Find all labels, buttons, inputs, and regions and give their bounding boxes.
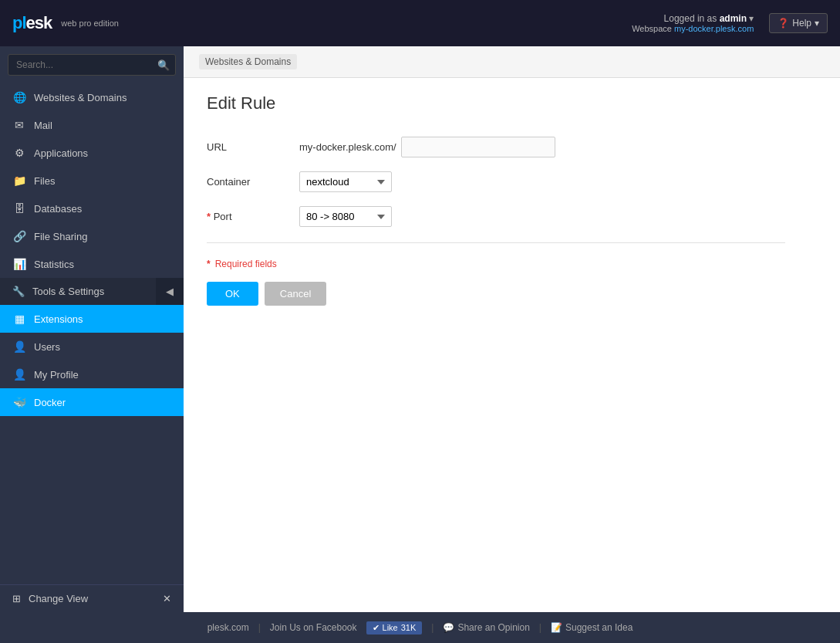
extensions-icon: ▦ bbox=[12, 313, 26, 325]
search-area: 🔍 bbox=[0, 46, 184, 83]
footer-facebook-link[interactable]: Join Us on Facebook bbox=[270, 622, 357, 633]
sidebar-item-label: Docker bbox=[34, 397, 66, 408]
sidebar-item-extensions[interactable]: ▦ Extensions bbox=[0, 305, 184, 333]
search-icon: 🔍 bbox=[157, 59, 170, 71]
main-layout: 🔍 🌐 Websites & Domains ✉ Mail ⚙ Applicat… bbox=[0, 46, 840, 612]
checkmark-icon: ✔ bbox=[373, 623, 380, 633]
suggest-idea-icon: 📝 bbox=[551, 622, 562, 633]
webspace-text: Webspace my-docker.plesk.com bbox=[632, 24, 754, 33]
logo-text: plesk bbox=[12, 13, 52, 33]
sidebar-bottom: ⊞ Change View ✕ bbox=[0, 584, 184, 612]
docker-icon: 🐳 bbox=[12, 396, 26, 408]
change-view-icon: ⊞ bbox=[12, 593, 21, 604]
page-title: Edit Rule bbox=[207, 93, 817, 113]
sidebar-item-label: Websites & Domains bbox=[34, 92, 127, 103]
logo-edition: web pro edition bbox=[61, 19, 119, 28]
dropdown-arrow[interactable]: ▾ bbox=[749, 13, 754, 24]
like-label: Like bbox=[383, 623, 398, 632]
profile-icon: 👤 bbox=[12, 368, 26, 381]
change-view-button[interactable]: ⊞ Change View ✕ bbox=[0, 585, 184, 612]
required-star: * bbox=[207, 259, 211, 269]
port-select[interactable]: 80 -> 8080 bbox=[299, 206, 392, 227]
sidebar-item-mail[interactable]: ✉ Mail bbox=[0, 111, 184, 139]
files-icon: 📁 bbox=[12, 174, 26, 187]
sidebar-item-applications[interactable]: ⚙ Applications bbox=[0, 139, 184, 167]
edit-rule-form: URL my-docker.plesk.com/ Container nextc… bbox=[207, 137, 785, 306]
users-icon: 👤 bbox=[12, 340, 26, 353]
tools-settings-label: Tools & Settings bbox=[32, 286, 104, 297]
logo-area: plesk web pro edition bbox=[12, 13, 119, 33]
sidebar-item-my-profile[interactable]: 👤 My Profile bbox=[0, 360, 184, 388]
sidebar-item-label: My Profile bbox=[34, 369, 79, 381]
sidebar-item-file-sharing[interactable]: 🔗 File Sharing bbox=[0, 222, 184, 250]
webspace-value: my-docker.plesk.com bbox=[674, 24, 754, 33]
databases-icon: 🗄 bbox=[12, 202, 26, 215]
statistics-icon: 📊 bbox=[12, 258, 26, 270]
sidebar-item-docker[interactable]: 🐳 Docker bbox=[0, 388, 184, 416]
help-button[interactable]: ❓ Help ▾ bbox=[769, 13, 828, 33]
like-button[interactable]: ✔ Like 31K bbox=[366, 621, 423, 635]
sidebar-item-label: Applications bbox=[34, 147, 88, 159]
sidebar-item-files[interactable]: 📁 Files bbox=[0, 167, 184, 195]
suggest-idea-link[interactable]: 📝 Suggest an Idea bbox=[551, 622, 633, 633]
sidebar-item-websites-domains[interactable]: 🌐 Websites & Domains bbox=[0, 83, 184, 111]
like-count: 31K bbox=[401, 623, 417, 632]
user-info: Logged in as admin ▾ Webspace my-docker.… bbox=[632, 13, 754, 33]
globe-icon: 🌐 bbox=[12, 91, 26, 103]
help-icon: ❓ bbox=[778, 18, 789, 29]
sidebar-item-databases[interactable]: 🗄 Databases bbox=[0, 195, 184, 222]
port-label: * Port bbox=[207, 211, 299, 222]
file-sharing-icon: 🔗 bbox=[12, 230, 26, 242]
sidebar-item-label: Extensions bbox=[34, 313, 83, 325]
change-view-close-icon[interactable]: ✕ bbox=[163, 593, 171, 604]
action-buttons: OK Cancel bbox=[207, 282, 785, 306]
url-row: URL my-docker.plesk.com/ bbox=[207, 137, 785, 157]
sidebar-tools-settings[interactable]: 🔧 Tools & Settings ◀ bbox=[0, 278, 184, 305]
sidebar: 🔍 🌐 Websites & Domains ✉ Mail ⚙ Applicat… bbox=[0, 46, 184, 612]
container-control: nextcloud bbox=[299, 171, 392, 192]
url-control: my-docker.plesk.com/ bbox=[299, 137, 555, 157]
search-input[interactable] bbox=[8, 54, 176, 76]
share-opinion-icon: 💬 bbox=[443, 622, 454, 633]
share-opinion-link[interactable]: 💬 Share an Opinion bbox=[443, 622, 529, 633]
container-select[interactable]: nextcloud bbox=[299, 171, 392, 192]
breadcrumb: Websites & Domains bbox=[184, 46, 840, 78]
sidebar-item-users[interactable]: 👤 Users bbox=[0, 333, 184, 360]
topbar: plesk web pro edition Logged in as admin… bbox=[0, 0, 840, 46]
topbar-right: Logged in as admin ▾ Webspace my-docker.… bbox=[632, 13, 828, 33]
container-label: Container bbox=[207, 176, 299, 188]
port-control: 80 -> 8080 bbox=[299, 206, 392, 227]
sidebar-item-label: File Sharing bbox=[34, 231, 87, 242]
port-required-star: * bbox=[207, 211, 211, 222]
tools-icon: 🔧 bbox=[12, 286, 25, 297]
content-area: Websites & Domains Edit Rule URL my-dock… bbox=[184, 46, 840, 612]
ok-button[interactable]: OK bbox=[207, 282, 258, 306]
mail-icon: ✉ bbox=[12, 119, 26, 131]
required-fields-label: Required fields bbox=[215, 259, 277, 269]
help-dropdown-icon: ▾ bbox=[815, 18, 819, 29]
sidebar-item-label: Databases bbox=[34, 203, 82, 215]
page-content: Edit Rule URL my-docker.plesk.com/ Conta… bbox=[184, 78, 840, 612]
sidebar-item-statistics[interactable]: 📊 Statistics bbox=[0, 250, 184, 278]
footer-plesk-link[interactable]: plesk.com bbox=[207, 622, 249, 633]
cancel-button[interactable]: Cancel bbox=[265, 282, 326, 306]
url-input[interactable] bbox=[401, 137, 555, 157]
sidebar-item-label: Users bbox=[34, 341, 60, 353]
breadcrumb-link[interactable]: Websites & Domains bbox=[199, 54, 297, 69]
form-divider bbox=[207, 242, 785, 243]
sidebar-item-label: Mail bbox=[34, 120, 52, 131]
port-row: * Port 80 -> 8080 bbox=[207, 206, 785, 227]
username: admin bbox=[720, 13, 747, 24]
sidebar-item-label: Files bbox=[34, 175, 55, 187]
change-view-label: Change View bbox=[29, 593, 88, 604]
container-row: Container nextcloud bbox=[207, 171, 785, 192]
sidebar-item-label: Statistics bbox=[34, 259, 74, 270]
logged-in-text: Logged in as admin ▾ bbox=[632, 13, 754, 24]
collapse-icon[interactable]: ◀ bbox=[156, 278, 184, 305]
required-fields-note: * Required fields bbox=[207, 259, 785, 269]
applications-icon: ⚙ bbox=[12, 147, 26, 159]
footer: plesk.com | Join Us on Facebook ✔ Like 3… bbox=[0, 612, 840, 643]
url-label: URL bbox=[207, 141, 299, 153]
url-prefix: my-docker.plesk.com/ bbox=[299, 141, 396, 153]
